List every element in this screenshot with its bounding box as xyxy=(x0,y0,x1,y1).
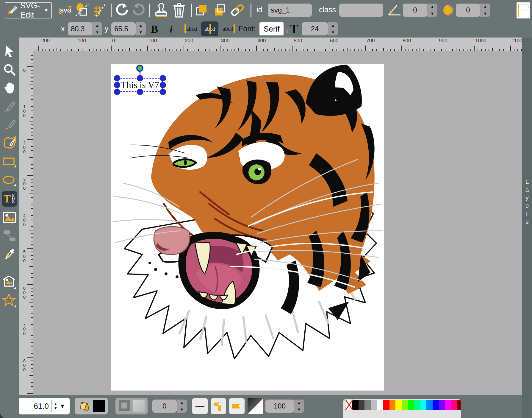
selection-handle-e[interactable] xyxy=(160,82,166,88)
tool-star[interactable] xyxy=(2,293,17,308)
redo-button[interactable] xyxy=(131,2,146,18)
tool-select[interactable] xyxy=(2,43,17,59)
anchor-bar xyxy=(234,24,235,33)
opacity-spinner[interactable]: ▲▼ xyxy=(294,400,304,413)
zoom-value: 61.0 xyxy=(19,402,51,411)
canvas-workspace[interactable]: -200-10001002003004005006007008009001000… xyxy=(19,38,522,395)
y-input[interactable] xyxy=(111,22,136,35)
selection-handle-se[interactable] xyxy=(160,89,166,95)
svg-canvas[interactable]: This is V7 xyxy=(111,64,384,391)
layers-panel-tab[interactable]: Layers xyxy=(522,38,532,418)
palette-swatch[interactable] xyxy=(414,400,420,410)
tool-line[interactable] xyxy=(2,117,17,132)
y-label: y xyxy=(105,24,109,33)
tool-eyedropper[interactable] xyxy=(2,247,17,262)
palette-swatch[interactable] xyxy=(451,400,458,410)
stroke-width-spinner[interactable]: ▲▼ xyxy=(177,400,187,413)
palette-swatch[interactable] xyxy=(408,400,414,410)
text-anchor-middle-button[interactable]: abcd xyxy=(201,21,218,36)
delete-button[interactable] xyxy=(171,2,187,18)
palette-swatch[interactable] xyxy=(371,400,377,410)
tool-path[interactable] xyxy=(2,135,17,150)
palette-swatch[interactable] xyxy=(457,400,461,410)
move-to-front-button[interactable] xyxy=(194,2,209,18)
blur-input[interactable] xyxy=(456,4,480,17)
palette-swatch[interactable] xyxy=(439,400,445,410)
font-size-icon: TT xyxy=(283,22,300,36)
palette-swatch[interactable] xyxy=(377,400,383,410)
palette-panel-button[interactable] xyxy=(517,2,530,18)
stroke-dash-button[interactable]: — xyxy=(192,398,208,414)
palette-swatch[interactable] xyxy=(420,400,427,410)
stroke-width-input[interactable] xyxy=(152,400,177,413)
tool-pencil[interactable] xyxy=(2,99,17,114)
tool-pan[interactable] xyxy=(2,80,17,95)
selection-handle-ne[interactable] xyxy=(160,75,166,81)
y-spinner[interactable]: ▲▼ xyxy=(136,22,146,35)
linecap-button[interactable] xyxy=(229,398,245,414)
palette-swatch[interactable] xyxy=(389,400,396,410)
main-menu-button[interactable]: SVG-Edit ▼ xyxy=(5,2,52,18)
tool-ellipse[interactable] xyxy=(2,173,17,189)
selection-handle-n[interactable] xyxy=(137,75,143,81)
palette-swatch[interactable] xyxy=(383,400,389,410)
stroke-color-swatch xyxy=(133,400,145,412)
anchor-bar xyxy=(209,24,211,34)
class-input[interactable] xyxy=(339,4,383,17)
angle-input[interactable] xyxy=(403,4,427,17)
snap-grid-button[interactable] xyxy=(92,2,107,18)
bold-button[interactable]: B xyxy=(148,22,161,36)
tools-sidebar: T xyxy=(0,38,19,418)
selection-handle-nw[interactable] xyxy=(114,75,120,81)
ruler-left: 0100200300400500600700800900 xyxy=(19,51,33,395)
blur-spinner[interactable]: ▲▼ xyxy=(480,4,490,17)
tool-text[interactable]: T xyxy=(2,191,17,207)
tool-rectangle[interactable] xyxy=(2,155,17,170)
id-input[interactable] xyxy=(268,4,312,17)
selection-handle-s[interactable] xyxy=(137,89,143,95)
zoom-dropdown-caret[interactable]: ▼ xyxy=(60,403,70,410)
stroke-icon xyxy=(118,400,130,413)
class-label: class xyxy=(319,5,336,14)
palette-swatch[interactable] xyxy=(346,400,352,410)
angle-spinner[interactable]: ▲▼ xyxy=(427,4,437,17)
x-spinner[interactable]: ▲▼ xyxy=(92,22,102,35)
stroke-color-button[interactable] xyxy=(115,398,148,414)
tool-image[interactable] xyxy=(2,210,17,225)
zoom-widget[interactable]: 61.0 ▲▼ ▼ xyxy=(19,398,70,414)
tool-shape-library[interactable] xyxy=(2,274,17,290)
palette-swatch[interactable] xyxy=(359,400,365,410)
font-size-input[interactable] xyxy=(302,22,328,35)
undo-button[interactable] xyxy=(114,2,130,18)
italic-button[interactable]: i xyxy=(164,22,178,36)
svg-source-button[interactable]: SVG xyxy=(57,2,73,18)
selection-handle-w[interactable] xyxy=(114,82,120,88)
selection-handle-sw[interactable] xyxy=(114,89,120,95)
ruler-top: -200-10001002003004005006007008009001000… xyxy=(33,38,522,51)
font-family-button[interactable]: Serif xyxy=(259,22,284,35)
tool-zoom[interactable] xyxy=(2,62,17,77)
palette-swatch[interactable] xyxy=(445,400,451,410)
x-input[interactable] xyxy=(68,22,92,35)
opacity-input[interactable] xyxy=(265,400,294,413)
menu-caret-icon: ▼ xyxy=(43,7,49,13)
fill-color-button[interactable] xyxy=(75,398,108,414)
palette-swatch[interactable] xyxy=(426,400,433,410)
font-size-spinner[interactable]: ▲▼ xyxy=(328,22,338,35)
linejoin-button[interactable] xyxy=(211,398,226,414)
palette-swatch[interactable] xyxy=(364,400,371,410)
main-menu-label: SVG-Edit xyxy=(20,1,41,20)
palette-swatch[interactable] xyxy=(433,400,439,410)
tool-connector[interactable] xyxy=(2,228,17,244)
clone-button[interactable] xyxy=(154,2,169,18)
palette-swatch[interactable] xyxy=(352,400,359,410)
text-anchor-end-button[interactable]: abcd xyxy=(220,21,237,36)
zoom-spinner[interactable]: ▲▼ xyxy=(52,402,60,410)
move-to-back-button[interactable] xyxy=(212,2,227,18)
palette-swatch[interactable] xyxy=(402,400,408,410)
wireframe-button[interactable] xyxy=(74,2,90,18)
text-anchor-start-button[interactable]: abcd xyxy=(182,21,199,36)
palette-swatch[interactable] xyxy=(395,400,402,410)
rotate-handle[interactable] xyxy=(136,65,143,72)
link-button[interactable] xyxy=(230,2,245,18)
